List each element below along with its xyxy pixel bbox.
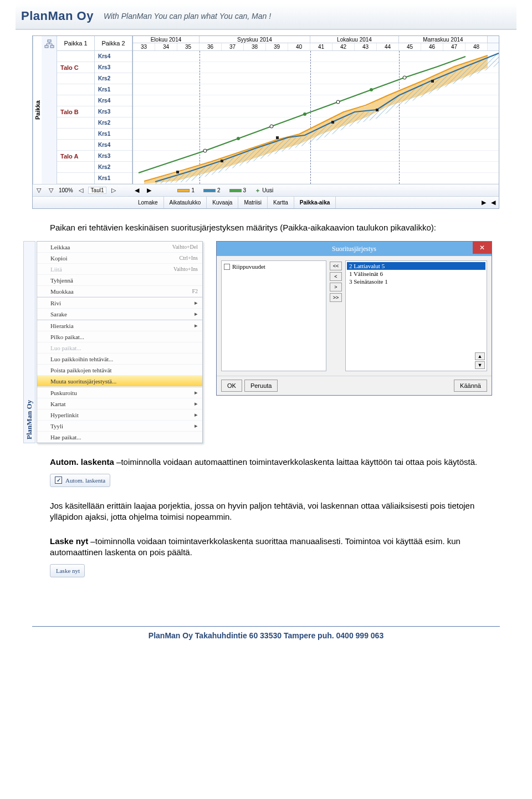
month-header: Marraskuu 2014 [399, 36, 488, 43]
ctx-item[interactable]: Luo paikkoihin tehtävät... [37, 354, 202, 365]
svg-rect-8 [376, 109, 378, 111]
talo-a-label[interactable]: Talo A [57, 151, 94, 162]
order-list-item[interactable]: 1 Väliseinät 6 [347, 270, 485, 278]
week-header: 48 [466, 43, 488, 50]
riippuvuudet-checkbox[interactable]: Riippuvuudet [224, 263, 324, 270]
cancel-button[interactable]: Peruuta [244, 380, 278, 392]
col-header-paikka1[interactable]: Paikka 1 [57, 36, 95, 51]
week-header: 36 [200, 43, 222, 50]
week-header: 39 [266, 43, 288, 50]
footer-text: PlanMan Oy Takahuhdintie 60 33530 Tamper… [0, 631, 532, 640]
svg-rect-0 [48, 40, 51, 42]
ctx-item[interactable]: MuokkaaF2 [37, 286, 202, 297]
ctx-item[interactable]: Sarake▸ [37, 309, 202, 320]
zoom-value[interactable]: 100% [57, 187, 75, 193]
ctx-item[interactable]: Pilko paikat... [37, 331, 202, 342]
nav-right-icon[interactable]: ▷ [108, 186, 120, 196]
ctx-item[interactable]: Hyperlinkit▸ [37, 409, 202, 421]
filter-blue-icon[interactable]: ▽ [45, 186, 57, 196]
svg-point-12 [336, 100, 340, 104]
legend-3: 3 [229, 187, 247, 193]
dialog-move-buttons: <<<>>> [330, 260, 342, 371]
month-header: Syyskuu 2014 [200, 36, 310, 43]
ctx-item[interactable]: Hae paikat... [37, 432, 202, 443]
order-list-item[interactable]: 2 Lattiavalut 5 [347, 262, 485, 270]
paragraph-1: Paikan eri tehtävien keskinäisen suoritu… [50, 222, 482, 233]
order-list-item[interactable]: 3 Seinätasoite 1 [347, 278, 485, 285]
ctx-item[interactable]: Puskuroitu▸ [37, 387, 202, 398]
talo-b-label[interactable]: Talo B [57, 106, 94, 117]
hierarchy-icon[interactable] [42, 36, 57, 184]
ctx-item[interactable]: Kartat▸ [37, 398, 202, 409]
legend-new[interactable]: ＋Uusi [255, 187, 273, 194]
week-header: 35 [177, 43, 200, 50]
ctx-item[interactable]: Rivi▸ [37, 298, 202, 309]
footer-divider [32, 626, 500, 627]
dialog-right-list[interactable]: 2 Lattiavalut 51 Väliseinät 63 Seinätaso… [345, 260, 487, 371]
svg-rect-6 [276, 136, 279, 139]
ctx-item[interactable]: Muuta suoritusjärjestystä... [37, 376, 202, 387]
ok-button[interactable]: OK [221, 380, 242, 392]
flip-button[interactable]: Käännä [454, 380, 487, 392]
ctx-item[interactable]: Hierarkia▸ [37, 320, 202, 331]
chart-svg [133, 51, 499, 184]
view-tab-matriisi[interactable]: Matriisi [238, 197, 268, 208]
week-header: 43 [355, 43, 377, 50]
view-tab-paikka-aika[interactable]: Paikka-aika [294, 197, 336, 208]
talo-c-label[interactable]: Talo C [57, 62, 94, 73]
close-icon[interactable]: ✕ [473, 242, 492, 254]
paikka-aika-chart[interactable] [133, 51, 499, 184]
svg-rect-9 [431, 80, 434, 83]
ctx-item[interactable]: KopioiCtrl+Ins [37, 253, 202, 264]
week-header: 40 [288, 43, 310, 50]
view-tab-kuvaaja[interactable]: Kuvaaja [207, 197, 238, 208]
week-header: 41 [310, 43, 332, 50]
filter-yellow-icon[interactable]: ▽ [33, 186, 45, 196]
week-header-row: 33343536373839404142434445464748 [133, 43, 499, 51]
autom-laskenta-button[interactable]: ✓Autom. laskenta [50, 474, 110, 487]
move-down-button[interactable]: ▼ [475, 361, 485, 369]
axis-label-paikka: Paikka [33, 36, 42, 184]
month-header: Lokakuu 2014 [310, 36, 399, 43]
week-header: 42 [332, 43, 355, 50]
ctx-item[interactable]: LeikkaaVaihto+Del [37, 242, 202, 253]
brand-logo: PlanMan Oy [21, 9, 94, 23]
svg-rect-2 [50, 45, 54, 48]
svg-point-14 [237, 137, 240, 140]
ctx-item: Luo paikat... [37, 342, 202, 354]
move-btn[interactable]: < [330, 272, 342, 281]
laske-nyt-button[interactable]: Laske nyt [50, 564, 85, 577]
svg-rect-4 [176, 171, 179, 173]
week-header: 45 [399, 43, 421, 50]
brand-header: PlanMan Oy With PlanMan You can plan wha… [16, 3, 516, 30]
ctx-item[interactable]: Poista paikkojen tehtävät [37, 365, 202, 376]
ctx-item: LiitäVaihto+Ins [37, 264, 202, 275]
scroll-left-icon[interactable]: ◀ [131, 186, 143, 196]
col-header-paikka2[interactable]: Paikka 2 [95, 36, 132, 51]
ctx-side-label: PlanMan Oy [23, 241, 35, 443]
context-menu: LeikkaaVaihto+DelKopioiCtrl+InsLiitäVaih… [37, 241, 203, 443]
move-btn[interactable]: >> [330, 293, 342, 302]
svg-point-15 [303, 112, 306, 116]
dialog-left-list[interactable]: Riippuvuudet [221, 260, 326, 371]
suoritusjarjestys-dialog: Suoritusjärjestys ✕ Riippuvuudet <<<>>> … [216, 241, 492, 396]
paragraph-3: Jos käsitellään erittäin laajaa porjekti… [50, 500, 482, 523]
month-header: Elokuu 2014 [133, 36, 200, 43]
week-header: 44 [377, 43, 399, 50]
ctx-item[interactable]: Tyyli▸ [37, 421, 202, 432]
nav-left-icon[interactable]: ◁ [75, 186, 87, 196]
move-up-button[interactable]: ▲ [475, 352, 485, 360]
ctx-item[interactable]: Tyhjennä [37, 275, 202, 286]
move-btn[interactable]: > [330, 283, 342, 291]
dialog-title: Suoritusjärjestys [332, 245, 376, 253]
view-tab-aikataulukko[interactable]: Aikataulukko [164, 197, 207, 208]
legend-1: 1 [177, 187, 195, 193]
view-tab-kartta[interactable]: Kartta [268, 197, 294, 208]
week-header: 34 [155, 43, 177, 50]
move-btn[interactable]: << [330, 262, 342, 270]
view-tab-lomake[interactable]: Lomake [132, 197, 164, 208]
taul-tab[interactable]: Taul1 [88, 187, 107, 194]
scroll-right-icon[interactable]: ▶ [143, 186, 155, 196]
gantt-toolbar: ▽ ▽ 100% ◁ Taul1 ▷ ◀ ▶ 1 2 3 ＋Uusi [33, 184, 499, 196]
dialog-title-bar[interactable]: Suoritusjärjestys ✕ [217, 242, 492, 256]
